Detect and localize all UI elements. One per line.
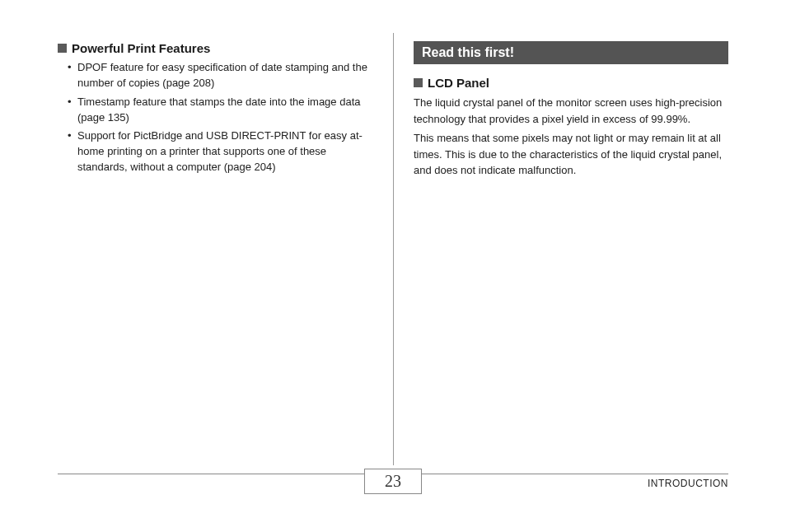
- right-heading-text: LCD Panel: [428, 76, 489, 90]
- banner-text: Read this first!: [422, 45, 514, 59]
- feature-bullet: Support for PictBridge and USB DIRECT-PR…: [68, 128, 372, 175]
- square-bullet-icon: [58, 44, 67, 53]
- square-bullet-icon: [414, 78, 423, 87]
- lcd-paragraph-2: This means that some pixels may not ligh…: [414, 130, 728, 179]
- content-columns: Powerful Print Features DPOF feature for…: [58, 41, 728, 179]
- document-page: Powerful Print Features DPOF feature for…: [0, 0, 786, 532]
- page-number: 23: [385, 472, 401, 490]
- read-first-banner: Read this first!: [414, 41, 728, 64]
- feature-bullet: Timestamp feature that stamps the date i…: [68, 95, 372, 126]
- right-heading: LCD Panel: [414, 76, 728, 90]
- feature-bullet-list: DPOF feature for easy specification of d…: [58, 60, 372, 175]
- page-number-box: 23: [364, 469, 422, 494]
- feature-bullet: DPOF feature for easy specification of d…: [68, 60, 372, 91]
- right-column: Read this first! LCD Panel The liquid cr…: [393, 41, 728, 179]
- left-column: Powerful Print Features DPOF feature for…: [58, 41, 393, 179]
- left-heading: Powerful Print Features: [58, 41, 372, 55]
- section-label: INTRODUCTION: [648, 478, 728, 489]
- lcd-paragraph-1: The liquid crystal panel of the monitor …: [414, 95, 728, 127]
- left-heading-text: Powerful Print Features: [72, 41, 210, 55]
